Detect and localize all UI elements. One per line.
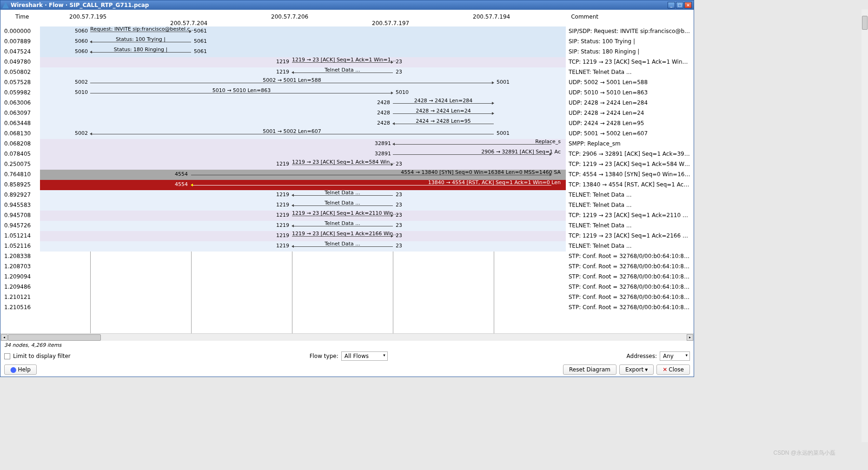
button-bar: ⬤Help Reset Diagram Export ▾ ✕Close [0, 363, 694, 377]
flow-row[interactable]: 1219231219 → 23 [ACK] Seq=1 Ack=2110 Win… [40, 211, 566, 221]
close-button[interactable]: ✕Close [656, 364, 690, 375]
port-label: 5010 [75, 89, 88, 95]
port-label: 2428 [377, 120, 390, 126]
flow-diagram[interactable]: 50605061Request: INVITE sip:francisco@be… [40, 26, 566, 333]
comment-cell: UDP: 2428 → 2424 Len=284 [566, 98, 694, 108]
flow-label: 1219 → 23 [ACK] Seq=1 Ack=2110 Win... [292, 210, 393, 216]
comment-cell: STP: Conf. Root = 32768/0/00:b0:64:10:84… [566, 292, 694, 303]
flow-label: 13840 → 4554 [RST, ACK] Seq=1 Ack=1 Win=… [428, 179, 561, 185]
flow-row[interactable]: 121923Telnet Data ... [40, 221, 566, 231]
comment-cell: UDP: 5010 → 5010 Len=863 [566, 88, 694, 98]
flow-label: 4554 → 13840 [SYN] Seq=0 Win=16384 Len=0… [401, 169, 561, 175]
flow-row[interactable]: 1219231219 → 23 [ACK] Seq=1 Ack=1 Win=1.… [40, 57, 566, 67]
comment-cell: UDP: 5002 → 5001 Len=588 [566, 78, 694, 88]
flow-row[interactable]: 24282428 → 2424 Len=24 [40, 108, 566, 119]
vscroll-thumb[interactable] [862, 16, 868, 30]
flow-row[interactable]: 328912906 → 32891 [ACK] Seq=1 Ac [40, 149, 566, 159]
comment-cell: UDP: 5001 → 5002 Len=607 [566, 129, 694, 139]
flow-row[interactable]: 500250015002 → 5001 Len=588 [40, 78, 566, 88]
time-cell: 0.063097 [0, 108, 40, 119]
port-label: 5001 [497, 79, 510, 85]
flow-row[interactable]: 24282424 → 2428 Len=95 [40, 119, 566, 129]
flow-label: 1219 → 23 [ACK] Seq=1 Ack=2166 Win... [292, 231, 393, 237]
flow-row[interactable] [40, 282, 566, 292]
port-label: 5002 [75, 130, 88, 136]
comment-cell: SIP/SDP: Request: INVITE sip:francisco@b… [566, 26, 694, 37]
time-header: Time [15, 13, 29, 20]
flow-row[interactable]: 32891Replace_s [40, 139, 566, 149]
time-cell: 1.052116 [0, 241, 40, 252]
flow-row[interactable]: 50605061Status: 100 Trying | [40, 37, 566, 47]
flow-row[interactable]: 500250015001 → 5002 Len=607 [40, 129, 566, 139]
flow-label: Request: INVITE sip:francisco@bestel.c..… [90, 26, 191, 32]
flow-label: Status: 180 Ringing | [90, 46, 191, 53]
scroll-right-button[interactable]: ▸ [687, 334, 693, 341]
time-cell: 1.051214 [0, 231, 40, 241]
flow-row[interactable] [40, 272, 566, 282]
flow-row[interactable]: 121923Telnet Data ... [40, 241, 566, 252]
flow-row[interactable]: 121923Telnet Data ... [40, 67, 566, 78]
flow-row[interactable]: 1219231219 → 23 [ACK] Seq=1 Ack=2166 Win… [40, 231, 566, 241]
flow-type-select[interactable]: All Flows [341, 351, 388, 361]
reset-diagram-button[interactable]: Reset Diagram [563, 364, 616, 375]
comment-cell: TELNET: Telnet Data ... [566, 221, 694, 231]
flow-row[interactable] [40, 292, 566, 303]
flow-row[interactable]: 50605061Status: 180 Ringing | [40, 47, 566, 57]
flow-label: 5010 → 5010 Len=863 [90, 87, 393, 93]
flow-row[interactable]: 455413840 → 4554 [RST, ACK] Seq=1 Ack=1 … [40, 180, 566, 190]
titlebar[interactable]: Wireshark · Flow · SIP_CALL_RTP_G711.pca… [0, 0, 694, 10]
node-header: 200.57.7.197 [372, 20, 409, 26]
addresses-select[interactable]: Any [660, 351, 690, 361]
flow-row[interactable]: 501050105010 → 5010 Len=863 [40, 88, 566, 98]
vertical-scrollbar[interactable] [861, 9, 868, 377]
limit-filter-label: Limit to display filter [13, 353, 71, 359]
node-header: 200.57.7.194 [473, 13, 510, 20]
flow-label: 2428 → 2424 Len=284 [393, 98, 494, 104]
scroll-thumb[interactable] [8, 334, 101, 341]
flow-row[interactable]: 24282428 → 2424 Len=284 [40, 98, 566, 108]
time-cell: 1.209486 [0, 282, 40, 292]
time-cell: 0.057528 [0, 78, 40, 88]
time-cell: 0.063006 [0, 98, 40, 108]
flow-row[interactable]: 45544554 → 13840 [SYN] Seq=0 Win=16384 L… [40, 170, 566, 180]
comment-cell: STP: Conf. Root = 32768/0/00:b0:64:10:84… [566, 262, 694, 272]
comment-cell: SMPP: Replace_sm [566, 139, 694, 149]
port-label: 1219 [276, 212, 289, 218]
port-label: 23 [396, 222, 402, 228]
port-label: 23 [396, 202, 402, 208]
window-title: Wireshark · Flow · SIP_CALL_RTP_G711.pca… [11, 2, 149, 8]
flow-row[interactable]: 50605061Request: INVITE sip:francisco@be… [40, 26, 566, 37]
flow-label: Status: 100 Trying | [90, 36, 191, 42]
port-label: 5060 [75, 38, 88, 44]
flow-label: 2424 → 2428 Len=95 [393, 118, 494, 124]
flow-row[interactable] [40, 262, 566, 272]
minimize-button[interactable]: _ [668, 2, 675, 8]
flow-label: 1219 → 23 [ACK] Seq=1 Ack=1 Win=1... [292, 57, 393, 63]
flow-row[interactable]: 121923Telnet Data ... [40, 200, 566, 211]
flow-row[interactable]: 121923Telnet Data ... [40, 190, 566, 200]
flow-area[interactable]: 0.0000000.0078890.0475240.0497800.050802… [0, 26, 694, 333]
comment-cell: TELNET: Telnet Data ... [566, 200, 694, 211]
comment-cell: TCP: 1219 → 23 [ACK] Seq=1 Ack=2166 Win=… [566, 231, 694, 241]
port-label: 1219 [276, 222, 289, 228]
port-label: 23 [396, 243, 402, 249]
flow-row[interactable] [40, 252, 566, 262]
horizontal-scrollbar[interactable]: ◂ ▸ [0, 333, 694, 341]
comment-cell: TCP: 13840 → 4554 [RST, ACK] Seq=1 Ack=1… [566, 180, 694, 190]
scroll-left-button[interactable]: ◂ [1, 334, 7, 341]
export-button[interactable]: Export ▾ [619, 364, 654, 375]
flow-row[interactable]: 1219231219 → 23 [ACK] Seq=1 Ack=584 Win.… [40, 159, 566, 170]
comment-cell: SIP: Status: 180 Ringing | [566, 47, 694, 57]
flow-row[interactable] [40, 303, 566, 313]
time-cell: 0.945708 [0, 211, 40, 221]
time-cell: 0.945583 [0, 200, 40, 211]
port-label: 1219 [276, 59, 289, 65]
port-label: 23 [396, 59, 402, 65]
close-window-button[interactable]: × [684, 2, 692, 8]
time-cell: 0.078405 [0, 149, 40, 159]
maximize-button[interactable]: □ [676, 2, 683, 8]
time-cell: 0.764810 [0, 170, 40, 180]
time-cell: 0.068208 [0, 139, 40, 149]
help-button[interactable]: ⬤Help [4, 364, 37, 375]
limit-filter-checkbox[interactable] [4, 353, 10, 359]
